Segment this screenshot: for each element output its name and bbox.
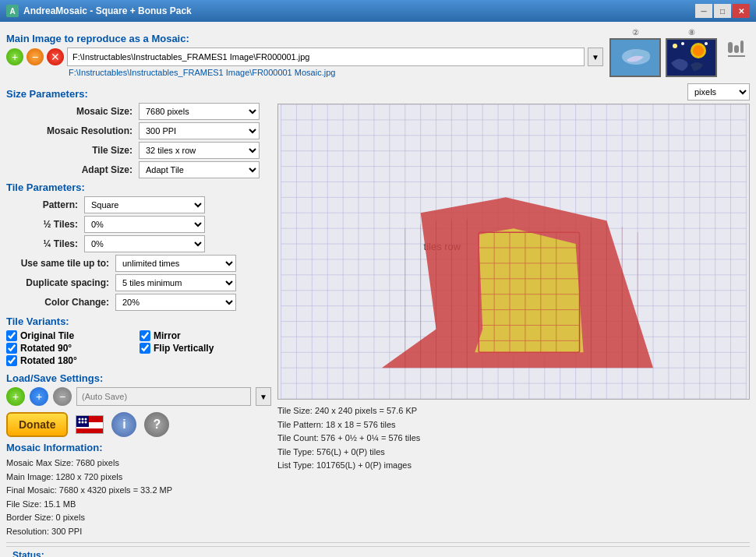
minimize-button[interactable]: ─ <box>695 4 712 18</box>
mosaic-info-left: Mosaic Max Size: 7680 pixels Main Image:… <box>6 457 172 539</box>
main-image-header: Main Image to reproduce as a Mosaic: <box>6 33 603 44</box>
dup-spacing-select[interactable]: 5 tiles minimum 3 tiles minimum 10 tiles… <box>115 274 236 291</box>
half-tiles-label: ½ Tiles: <box>6 219 84 230</box>
mosaic-size-label: Mosaic Size: <box>6 106 139 117</box>
variants-section: Tile Variants: Original Tile Mirror Rota… <box>6 316 271 366</box>
svg-rect-11 <box>740 41 744 53</box>
delete-settings-button[interactable]: − <box>53 387 72 406</box>
image-path-row: + − ✕ ▼ <box>6 48 603 66</box>
titlebar-buttons: ─ □ ✕ <box>695 4 750 18</box>
info-tile-count: Tile Count: 576 + 0½ + 0¼ = 576 tiles <box>277 432 420 446</box>
color-change-row: Color Change: 20% 10% 30% <box>6 294 271 311</box>
pixels-unit-select[interactable]: pixels inches cm <box>687 83 750 100</box>
tile-size-select[interactable]: 32 tiles x row 64 tiles x row 16 tiles x… <box>139 142 260 159</box>
thumbnails-area: ② ⑧ <box>609 28 750 77</box>
rotated180-item: Rotated 180° <box>6 355 138 366</box>
variants-grid: Original Tile Mirror Rotated 90° Flip Ve… <box>6 330 271 366</box>
flip-vertical-checkbox[interactable] <box>140 343 150 354</box>
rotated180-checkbox[interactable] <box>6 355 17 366</box>
titlebar-left: A AndreaMosaic - Square + Bonus Pack <box>6 5 192 17</box>
same-tile-label: Use same tile up to: <box>6 258 115 269</box>
mosaic-resolution-select[interactable]: 300 PPI 150 PPI 72 PPI <box>139 122 260 139</box>
svg-point-21 <box>82 421 84 424</box>
adapt-size-select[interactable]: Adapt Tile Adapt Mosaic No Adapt <box>139 161 260 178</box>
tile-size-label: Tile Size: <box>6 145 139 156</box>
mosaic-resolution-label: Mosaic Resolution: <box>6 125 139 136</box>
rotated90-item: Rotated 90° <box>6 343 138 354</box>
tools-button[interactable] <box>722 33 750 72</box>
dup-spacing-row: Duplicate spacing: 5 tiles minimum 3 til… <box>6 274 271 291</box>
top-left: Main Image to reproduce as a Mosaic: + −… <box>6 28 603 80</box>
mirror-label: Mirror <box>154 330 181 341</box>
svg-point-5 <box>693 45 704 56</box>
load-settings-button[interactable]: + <box>6 387 25 406</box>
titlebar: A AndreaMosaic - Square + Bonus Pack ─ □… <box>0 0 756 22</box>
tile-params-header: Tile Parameters: <box>6 182 271 193</box>
pattern-select[interactable]: Square Hexagonal Triangle <box>84 196 205 213</box>
path-dropdown-arrow[interactable]: ▼ <box>588 48 603 66</box>
original-tile-label: Original Tile <box>20 330 74 341</box>
titlebar-title: AndreaMosaic - Square + Bonus Pack <box>23 5 192 16</box>
svg-point-20 <box>79 421 81 424</box>
mosaic-info-right-row: Tile Size: 240 x 240 pixels = 57.6 KP Ti… <box>277 404 750 473</box>
svg-point-8 <box>705 42 708 45</box>
donate-button[interactable]: Donate <box>6 412 68 437</box>
info-tile-size: Tile Size: 240 x 240 pixels = 57.6 KP <box>277 404 420 418</box>
tile-size-row: Tile Size: 32 tiles x row 64 tiles x row… <box>6 142 271 159</box>
thumbnail-dolphin[interactable] <box>609 38 661 77</box>
flip-vertical-label: Flip Vertically <box>154 343 214 354</box>
original-tile-checkbox[interactable] <box>6 330 17 341</box>
add-image-button[interactable]: + <box>6 48 23 65</box>
quarter-tiles-select[interactable]: 0% 10% 20% <box>84 235 205 252</box>
loadsave-section: Load/Save Settings: + + − ▼ <box>6 372 271 406</box>
half-tiles-select[interactable]: 0% 10% 20% <box>84 216 205 233</box>
size-params-header: Size Parameters: <box>6 88 271 100</box>
mosaic-resolution-row: Mosaic Resolution: 300 PPI 150 PPI 72 PP… <box>6 122 271 139</box>
half-tiles-row: ½ Tiles: 0% 10% 20% <box>6 216 271 233</box>
svg-rect-9 <box>728 42 733 53</box>
remove-image-button[interactable]: − <box>26 48 44 65</box>
output-path: F:\Instructables\Instructables_FRAMES1 I… <box>69 68 603 77</box>
help-button[interactable]: ? <box>144 412 169 437</box>
mosaic-info-section: Mosaic Information: Mosaic Max Size: 768… <box>6 442 271 539</box>
mosaic-svg: tiles row <box>278 104 749 399</box>
dup-spacing-label: Duplicate spacing: <box>6 277 115 288</box>
thumbnail-starry[interactable] <box>666 38 717 77</box>
info-button[interactable]: i <box>111 412 136 437</box>
adapt-size-label: Adapt Size: <box>6 164 139 175</box>
info-tile-type: Tile Type: 576(L) + 0(P) tiles <box>277 446 420 460</box>
pattern-row: Pattern: Square Hexagonal Triangle <box>6 196 271 213</box>
svg-rect-10 <box>734 45 739 53</box>
rotated180-label: Rotated 180° <box>20 355 77 366</box>
image-path-input[interactable] <box>67 48 585 66</box>
mosaic-info-header: Mosaic Information: <box>6 442 271 453</box>
mosaic-size-select[interactable]: 7680 pixels 3840 pixels 1920 pixels <box>139 103 260 120</box>
close-button[interactable]: ✕ <box>733 4 750 18</box>
autosave-input[interactable] <box>76 387 251 406</box>
app-icon: A <box>6 5 19 17</box>
bottom-buttons: Donate i ? <box>6 412 271 437</box>
rotated90-checkbox[interactable] <box>6 343 17 354</box>
pattern-label: Pattern: <box>6 199 84 210</box>
mosaic-size-row: Mosaic Size: 7680 pixels 3840 pixels 192… <box>6 103 271 120</box>
flag-icon <box>76 415 104 434</box>
left-panel: Size Parameters: Mosaic Size: 7680 pixel… <box>6 83 271 539</box>
maximize-button[interactable]: □ <box>714 4 731 18</box>
same-tile-select[interactable]: unlimited times 1 time 2 times <box>115 255 236 272</box>
svg-point-17 <box>79 418 81 421</box>
svg-rect-15 <box>76 428 104 434</box>
info-border-size: Border Size: 0 pixels <box>6 511 172 525</box>
svg-point-7 <box>681 42 684 45</box>
loadsave-header: Load/Save Settings: <box>6 372 271 384</box>
top-area: Main Image to reproduce as a Mosaic: + −… <box>6 28 750 80</box>
mirror-checkbox[interactable] <box>140 330 150 341</box>
delete-image-button[interactable]: ✕ <box>47 48 64 65</box>
mosaic-info-right: Tile Size: 240 x 240 pixels = 57.6 KP Ti… <box>277 404 420 473</box>
color-change-select[interactable]: 20% 10% 30% <box>115 294 236 311</box>
svg-point-18 <box>82 418 84 421</box>
svg-point-22 <box>85 421 87 424</box>
mirror-item: Mirror <box>140 330 271 341</box>
autosave-dropdown-arrow[interactable]: ▼ <box>256 387 271 406</box>
adapt-size-row: Adapt Size: Adapt Tile Adapt Mosaic No A… <box>6 161 271 178</box>
save-settings-button[interactable]: + <box>30 387 48 406</box>
